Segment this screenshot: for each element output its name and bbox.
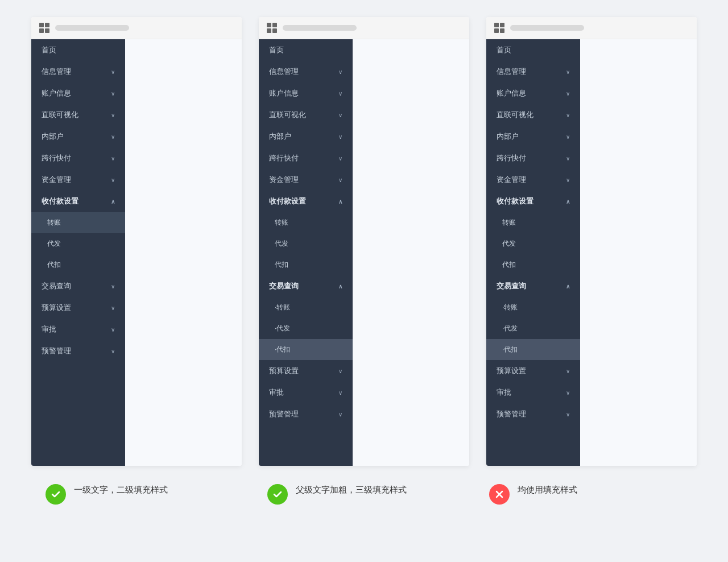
sidebar-item[interactable]: 代发 <box>259 233 353 254</box>
sidebar-item[interactable]: 信息管理∨ <box>31 61 125 82</box>
sidebar-item-label: 账户信息 <box>497 88 526 98</box>
sidebar-item[interactable]: 审批∨ <box>486 382 580 403</box>
sidebar-item[interactable]: 内部户∨ <box>259 126 353 147</box>
sidebar-item[interactable]: 代扣 <box>259 254 353 275</box>
sidebar-item[interactable]: 代发 <box>486 233 580 254</box>
sidebar-item[interactable]: ·代扣 <box>486 339 580 360</box>
sidebar-item[interactable]: 资金管理∨ <box>259 169 353 191</box>
chevron-down-icon: ∨ <box>338 134 342 140</box>
sidebar-item-label: 收付款设置 <box>269 196 306 206</box>
sidebar-item-label: 信息管理 <box>42 67 71 77</box>
sidebar-item[interactable]: 预警管理∨ <box>486 403 580 425</box>
sidebar-item[interactable]: 信息管理∨ <box>259 61 353 82</box>
sidebar-item-label: ·代发 <box>502 324 518 333</box>
sidebar-item[interactable]: 跨行快付∨ <box>486 147 580 169</box>
sidebar-item[interactable]: 审批∨ <box>259 382 353 403</box>
sidebar-item[interactable]: 预算设置∨ <box>31 297 125 319</box>
sidebar-item[interactable]: 首页 <box>31 39 125 61</box>
sidebar-item[interactable]: 账户信息∨ <box>31 82 125 104</box>
sidebar-item-label: 首页 <box>42 45 56 55</box>
header-bar <box>283 25 357 31</box>
header-bar <box>510 25 584 31</box>
chevron-down-icon: ∨ <box>566 112 570 118</box>
sidebar-item[interactable]: ·代发 <box>486 318 580 339</box>
panel-header <box>259 17 469 39</box>
sidebar-item[interactable]: 直联可视化∨ <box>259 104 353 126</box>
chevron-down-icon: ∨ <box>338 90 342 97</box>
sidebar-item-label: ·代扣 <box>275 345 290 354</box>
sidebar-item[interactable]: 跨行快付∨ <box>259 147 353 169</box>
sidebar-item-label: ·代发 <box>275 324 290 333</box>
chevron-down-icon: ∨ <box>566 69 570 75</box>
grid-icon <box>494 23 504 33</box>
sidebar-item[interactable]: 首页 <box>486 39 580 61</box>
sidebar-item[interactable]: 代扣 <box>31 254 125 275</box>
grid-icon <box>267 23 277 33</box>
sidebar-item-label: 预算设置 <box>42 303 71 313</box>
sidebar-item[interactable]: 交易查询∧ <box>259 275 353 297</box>
sidebar-item[interactable]: 代发 <box>31 233 125 254</box>
panel-header <box>486 17 697 39</box>
sidebar-item[interactable]: 收付款设置∧ <box>259 191 353 212</box>
sidebar-item[interactable]: 转账 <box>31 212 125 233</box>
sidebar-item[interactable]: ·转账 <box>259 297 353 318</box>
chevron-down-icon: ∨ <box>338 69 342 75</box>
sidebar-item[interactable]: 转账 <box>486 212 580 233</box>
sidebar-item[interactable]: 内部户∨ <box>486 126 580 147</box>
sidebar-item[interactable]: 内部户∨ <box>31 126 125 147</box>
sidebar-item[interactable]: ·代发 <box>259 318 353 339</box>
sidebar-item-label: 跨行快付 <box>269 153 299 163</box>
sidebar-item[interactable]: 跨行快付∨ <box>31 147 125 169</box>
grid-icon <box>39 23 49 33</box>
sidebar-item[interactable]: 预警管理∨ <box>259 403 353 425</box>
chevron-up-icon: ∧ <box>338 199 342 205</box>
sidebar: 首页信息管理∨账户信息∨直联可视化∨内部户∨跨行快付∨资金管理∨收付款设置∧转账… <box>31 39 125 466</box>
sidebar-item[interactable]: 转账 <box>259 212 353 233</box>
sidebar-item-label: 资金管理 <box>497 175 526 185</box>
sidebar-item-label: 资金管理 <box>42 175 71 185</box>
sidebar-item[interactable]: 预算设置∨ <box>486 360 580 382</box>
chevron-down-icon: ∨ <box>111 177 115 183</box>
sidebar-item[interactable]: 账户信息∨ <box>259 82 353 104</box>
sidebar-item[interactable]: 预警管理∨ <box>31 340 125 362</box>
sidebar-item[interactable]: 直联可视化∨ <box>31 104 125 126</box>
sidebar-item-label: 内部户 <box>269 131 291 142</box>
sidebar-item[interactable]: 信息管理∨ <box>486 61 580 82</box>
sidebar-item[interactable]: 收付款设置∧ <box>486 191 580 212</box>
chevron-up-icon: ∧ <box>338 283 342 290</box>
sidebar-item[interactable]: 审批∨ <box>31 319 125 340</box>
sidebar-item-label: 账户信息 <box>269 88 299 98</box>
chevron-down-icon: ∨ <box>111 283 115 290</box>
sidebar-item-label: 直联可视化 <box>497 110 533 120</box>
sidebar-item-label: 账户信息 <box>42 88 71 98</box>
panels-row: 首页信息管理∨账户信息∨直联可视化∨内部户∨跨行快付∨资金管理∨收付款设置∧转账… <box>31 17 697 466</box>
sidebar-item-label: 收付款设置 <box>497 196 533 206</box>
check-icon <box>267 484 288 505</box>
sidebar-item[interactable]: 资金管理∨ <box>31 169 125 191</box>
sidebar-item[interactable]: 代扣 <box>486 254 580 275</box>
chevron-down-icon: ∨ <box>111 112 115 118</box>
sidebar-item[interactable]: 首页 <box>259 39 353 61</box>
sidebar-item[interactable]: 预算设置∨ <box>259 360 353 382</box>
sidebar-item-label: 预警管理 <box>269 409 299 419</box>
sidebar-item[interactable]: ·代扣 <box>259 339 353 360</box>
chevron-up-icon: ∧ <box>566 283 570 290</box>
header-bar <box>55 25 129 31</box>
sidebar-item[interactable]: 交易查询∧ <box>486 275 580 297</box>
chevron-down-icon: ∨ <box>111 327 115 333</box>
sidebar-item-label: 预警管理 <box>497 409 526 419</box>
chevron-down-icon: ∨ <box>566 134 570 140</box>
sidebar-item[interactable]: 交易查询∨ <box>31 275 125 297</box>
chevron-down-icon: ∨ <box>566 368 570 374</box>
chevron-down-icon: ∨ <box>566 90 570 97</box>
sidebar-item[interactable]: ·转账 <box>486 297 580 318</box>
sidebar-item-label: 审批 <box>497 387 511 398</box>
sidebar-item-label: 直联可视化 <box>269 110 306 120</box>
sidebar-item[interactable]: 账户信息∨ <box>486 82 580 104</box>
sidebar-item[interactable]: 资金管理∨ <box>486 169 580 191</box>
panel-header <box>31 17 242 39</box>
sidebar-item[interactable]: 直联可视化∨ <box>486 104 580 126</box>
sidebar-item[interactable]: 收付款设置∧ <box>31 191 125 212</box>
chevron-down-icon: ∨ <box>111 90 115 97</box>
label-item-2: 父级文字加粗，三级填充样式 <box>262 483 466 505</box>
